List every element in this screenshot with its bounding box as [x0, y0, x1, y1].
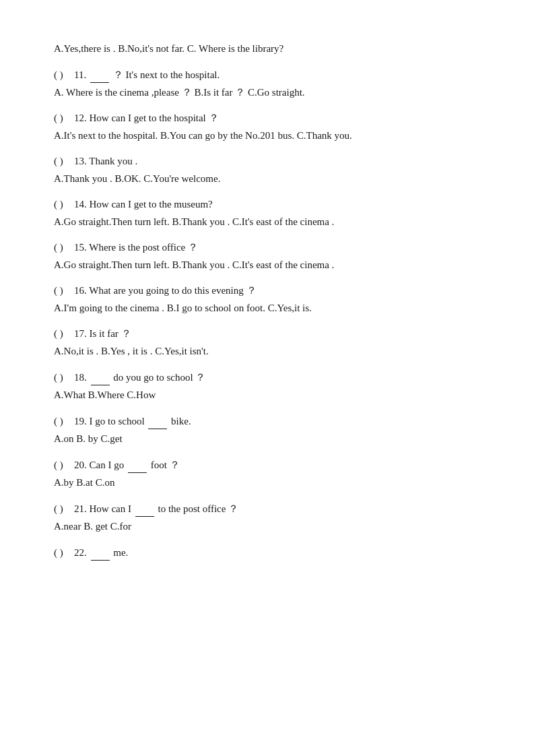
answer-line-18: A.What B.Where C.How: [54, 387, 480, 403]
question-line-14: ( ) 14. How can I get to the museum?: [54, 196, 480, 212]
paren-19: ( ): [54, 413, 74, 429]
q-text-13: 13. Thank you .: [74, 153, 480, 169]
blank-11: [90, 66, 109, 83]
question-block-20: ( ) 20. Can I go foot ？ A.by B.at C.on: [54, 456, 480, 491]
q-text-15: 15. Where is the post office ？: [74, 239, 480, 255]
paren-14: ( ): [54, 196, 74, 212]
question-line-12: ( ) 12. How can I get to the hospital ？: [54, 110, 480, 126]
answer-line-15: A.Go straight.Then turn left. B.Thank yo…: [54, 257, 480, 273]
worksheet-content: A.Yes,there is . B.No,it's not far. C. W…: [54, 40, 480, 561]
answer-line-19: A.on B. by C.get: [54, 431, 480, 447]
question-line-17: ( ) 17. Is it far ？: [54, 325, 480, 342]
q-text-16: 16. What are you going to do this evenin…: [74, 282, 480, 298]
question-block-22: ( ) 22. me.: [54, 544, 480, 561]
answer-line-12: A.It's next to the hospital. B.You can g…: [54, 127, 480, 144]
question-block-11: ( ) 11. ？ It's next to the hospital. A. …: [54, 66, 480, 100]
question-block-14: ( ) 14. How can I get to the museum? A.G…: [54, 196, 480, 230]
paren-13: ( ): [54, 153, 74, 169]
question-block-19: ( ) 19. I go to school bike. A.on B. by …: [54, 412, 480, 447]
question-block-13: ( ) 13. Thank you . A.Thank you . B.OK. …: [54, 153, 480, 187]
paren-16: ( ): [54, 282, 74, 298]
answer-line-11: A. Where is the cinema ,please ？ B.Is it…: [54, 84, 480, 100]
question-line-19: ( ) 19. I go to school bike.: [54, 412, 480, 429]
q-text-19: 19. I go to school bike.: [74, 412, 480, 429]
q-text-11: 11. ？ It's next to the hospital.: [74, 66, 480, 83]
q-text-20: 20. Can I go foot ？: [74, 456, 480, 473]
question-block-16: ( ) 16. What are you going to do this ev…: [54, 282, 480, 316]
question-block-15: ( ) 15. Where is the post office ？ A.Go …: [54, 239, 480, 273]
blank-18: [91, 369, 110, 385]
q-text-17: 17. Is it far ？: [74, 325, 480, 342]
answer-line-20: A.by B.at C.on: [54, 474, 480, 491]
blank-21: [135, 500, 154, 517]
blank-20: [128, 456, 147, 473]
question-block-12: ( ) 12. How can I get to the hospital ？ …: [54, 110, 480, 144]
blank-19: [148, 412, 167, 429]
question-line-15: ( ) 15. Where is the post office ？: [54, 239, 480, 255]
answer-line-17: A.No,it is . B.Yes , it is . C.Yes,it is…: [54, 343, 480, 359]
top-answer-line: A.Yes,there is . B.No,it's not far. C. W…: [54, 40, 480, 57]
top-answer-text: A.Yes,there is . B.No,it's not far. C. W…: [54, 43, 283, 54]
question-line-20: ( ) 20. Can I go foot ？: [54, 456, 480, 473]
q-text-21: 21. How can I to the post office ？: [74, 500, 480, 517]
q-text-14: 14. How can I get to the museum?: [74, 196, 480, 212]
q-text-22: 22. me.: [74, 544, 480, 561]
paren-15: ( ): [54, 239, 74, 255]
question-line-16: ( ) 16. What are you going to do this ev…: [54, 282, 480, 298]
question-line-18: ( ) 18. do you go to school ？: [54, 369, 480, 385]
q-text-18: 18. do you go to school ？: [74, 369, 480, 385]
paren-11: ( ): [54, 67, 74, 83]
answer-line-13: A.Thank you . B.OK. C.You're welcome.: [54, 170, 480, 187]
paren-17: ( ): [54, 325, 74, 342]
question-block-21: ( ) 21. How can I to the post office ？ A…: [54, 500, 480, 534]
answer-line-16: A.I'm going to the cinema . B.I go to sc…: [54, 300, 480, 316]
question-line-22: ( ) 22. me.: [54, 544, 480, 561]
question-line-13: ( ) 13. Thank you .: [54, 153, 480, 169]
paren-20: ( ): [54, 457, 74, 473]
paren-22: ( ): [54, 544, 74, 561]
paren-18: ( ): [54, 369, 74, 385]
question-block-17: ( ) 17. Is it far ？ A.No,it is . B.Yes ,…: [54, 325, 480, 359]
answer-line-14: A.Go straight.Then turn left. B.Thank yo…: [54, 214, 480, 230]
q-text-12: 12. How can I get to the hospital ？: [74, 110, 480, 126]
question-line-11: ( ) 11. ？ It's next to the hospital.: [54, 66, 480, 83]
blank-22: [91, 544, 110, 561]
paren-21: ( ): [54, 501, 74, 517]
paren-12: ( ): [54, 110, 74, 126]
question-line-21: ( ) 21. How can I to the post office ？: [54, 500, 480, 517]
answer-line-21: A.near B. get C.for: [54, 518, 480, 534]
question-block-18: ( ) 18. do you go to school ？ A.What B.W…: [54, 369, 480, 403]
